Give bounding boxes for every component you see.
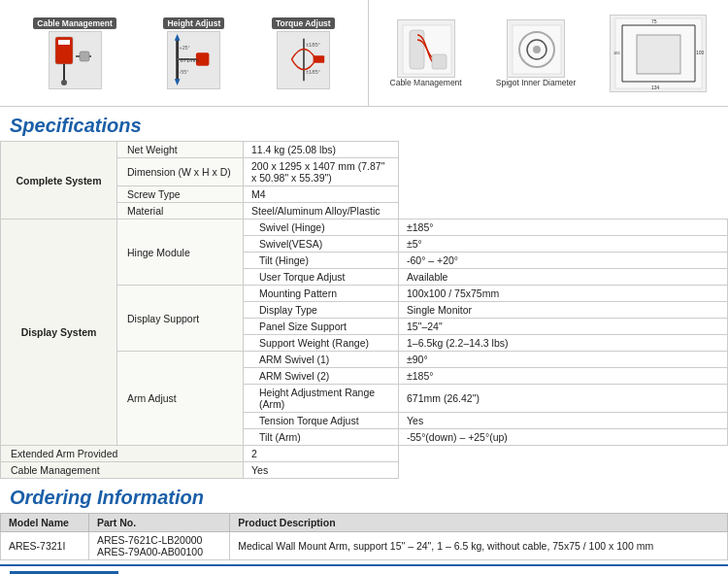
support-weight-value: 1–6.5kg (2.2–14.3 lbs) [399,335,728,352]
arm-swivel1-label: ARM Swivel (1) [244,352,399,368]
dimension-value: 200 x 1295 x 1407 mm (7.87" x 50.98" x 5… [244,158,399,186]
cable-mgmt-diagram-label: Cable Management [390,78,462,87]
svg-rect-30 [637,35,680,74]
svg-rect-1 [58,40,70,45]
extended-arm-value: 2 [244,446,399,462]
svg-text:±185°: ±185° [306,42,320,48]
user-torque-value: Available [399,269,728,286]
specs-table: Complete System Net Weight 11.4 kg (25.0… [0,141,728,479]
swivel-vesa-value: ±5° [399,236,728,253]
net-weight-label: Net Weight [117,142,244,158]
table-row: Complete System Net Weight 11.4 kg (25.0… [1,142,728,158]
extended-arm-label: Extended Arm Provided [1,446,244,462]
panel-size-label: Panel Size Support [244,319,399,335]
specs-title: Specifications [0,107,728,141]
product-desc-value: Medical Wall Mount Arm, support 15" – 24… [230,532,728,560]
part-no-1: ARES-7621C-LB20000 [97,534,221,546]
svg-rect-5 [80,51,89,61]
svg-text:671mm: 671mm [181,57,199,63]
specs-section: Specifications Complete System Net Weigh… [0,107,728,479]
svg-text:100: 100 [696,50,705,55]
order-table: Model Name Part No. Product Description … [0,513,728,560]
tilt-arm-value: -55°(down) – +25°(up) [399,429,728,446]
support-weight-label: Support Weight (Range) [244,335,399,352]
height-adjust-icon-box: Height Adjust 671mm +25° -55° [163,17,224,89]
ordering-section: Ordering Information Model Name Part No.… [0,479,728,560]
height-adjust-image: 671mm +25° -55° [167,31,220,89]
cable-mgmt-spec-label: Cable Management [1,462,244,479]
material-label: Material [117,203,244,219]
svg-marker-9 [175,34,181,41]
display-support-label: Display Support [117,286,244,352]
part-no-header: Part No. [88,514,229,532]
table-row: Cable Management Yes [1,462,728,479]
model-name-header: Model Name [1,514,89,532]
display-system-label: Display System [1,219,117,446]
spigot-diagram-img [507,19,565,78]
mounting-pattern-label: Mounting Pattern [244,286,399,302]
cable-mgmt-diagram-img [397,19,455,78]
svg-text:±185°: ±185° [306,69,320,75]
material-value: Steel/Aluminum Alloy/Plastic [244,203,399,219]
height-adj-label: Height Adjustment Range (Arm) [244,385,399,413]
swivel-hinge-label: Swivel (Hinge) [244,219,399,236]
height-adjust-label: Height Adjust [163,17,224,29]
torque-adjust-label: Torque Adjust [272,17,335,29]
svg-marker-10 [175,79,181,85]
spigot-diagram-label: Spigot Inner Diameter [496,78,577,87]
mounting-pattern-value: 100x100 / 75x75mm [399,286,728,302]
dimension-diagram: 75 100 134 165 [610,15,707,92]
svg-rect-20 [432,54,447,69]
spigot-diagram: Spigot Inner Diameter [496,19,577,87]
top-icons-area: Cable Management Height Adjust [0,0,369,106]
torque-adjust-icon-box: Torque Adjust ±185° ±185° [272,17,335,89]
complete-system-label: Complete System [1,142,117,219]
screw-type-label: Screw Type [117,186,244,203]
cable-management-image [49,31,102,89]
net-weight-value: 11.4 kg (25.08 lbs) [244,142,399,158]
arm-swivel2-label: ARM Swivel (2) [244,368,399,385]
panel-size-value: 15"–24" [399,319,728,335]
svg-text:75: 75 [651,18,657,24]
cable-mgmt-spec-value: Yes [244,462,399,479]
hinge-module-label: Hinge Module [117,219,244,286]
top-section: Cable Management Height Adjust [0,0,728,107]
display-type-value: Single Monitor [399,302,728,319]
part-no-value: ARES-7621C-LB20000 ARES-79A00-AB00100 [88,532,229,560]
screw-type-value: M4 [244,186,399,203]
table-row: Extended Arm Provided 2 [1,446,728,462]
order-header-row: Model Name Part No. Product Description [1,514,728,532]
svg-point-24 [533,46,541,53]
svg-point-3 [61,80,67,85]
part-no-2: ARES-79A00-AB00100 [97,546,221,557]
tilt-hinge-label: Tilt (Hinge) [244,253,399,269]
tilt-hinge-value: -60° – +20° [399,253,728,269]
table-row: Display System Hinge Module Swivel (Hing… [1,219,728,236]
svg-text:-55°: -55° [180,69,189,75]
user-torque-label: User Torque Adjust [244,269,399,286]
dimension-label: Dimension (W x H x D) [117,158,244,186]
ordering-title: Ordering Information [0,479,728,513]
height-adj-value: 671mm (26.42") [399,385,728,413]
tension-torque-value: Yes [399,413,728,429]
svg-text:165: 165 [613,51,620,55]
tilt-arm-label: Tilt (Arm) [244,429,399,446]
svg-rect-17 [313,55,324,63]
swivel-hinge-value: ±185° [399,219,728,236]
arm-adjust-label: Arm Adjust [117,352,244,446]
footer: ADVANTECH All product specifications are… [0,564,728,574]
cable-management-label: Cable Management [33,17,116,29]
display-type-label: Display Type [244,302,399,319]
tension-torque-label: Tension Torque Adjust [244,413,399,429]
svg-rect-19 [410,30,424,69]
torque-adjust-image: ±185° ±185° [277,31,330,89]
arm-swivel1-value: ±90° [399,352,728,368]
order-row: ARES-7321I ARES-7621C-LB20000 ARES-79A00… [1,532,728,560]
product-desc-header: Product Description [230,514,728,532]
arm-swivel2-value: ±185° [399,368,728,385]
cable-management-icon-box: Cable Management [33,17,116,89]
svg-text:134: 134 [651,84,660,90]
cable-mgmt-diagram: Cable Management [390,19,462,87]
model-name-value: ARES-7321I [1,532,89,560]
top-diagrams-area: Cable Management Spigot Inner Diameter [369,0,728,106]
